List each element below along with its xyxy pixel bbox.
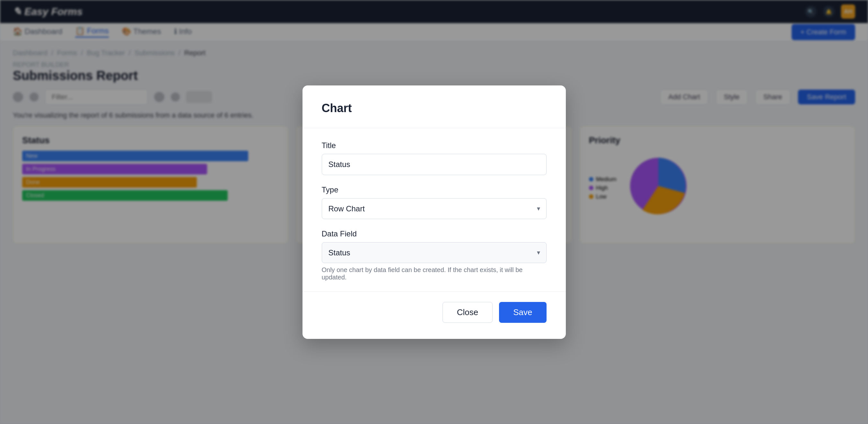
type-label: Type xyxy=(322,185,547,194)
type-field-group: Type Row Chart Pie Chart Bar Chart Line … xyxy=(322,185,547,219)
data-field-group: Data Field Status Priority Assignee ▾ On… xyxy=(322,229,547,281)
data-field-label: Data Field xyxy=(322,229,547,238)
data-field-hint: Only one chart by data field can be crea… xyxy=(322,266,547,281)
save-button[interactable]: Save xyxy=(499,302,546,323)
modal-title: Chart xyxy=(322,101,547,115)
modal-divider xyxy=(303,128,566,128)
data-field-select-wrapper: Status Priority Assignee ▾ xyxy=(322,242,547,263)
type-select-wrapper: Row Chart Pie Chart Bar Chart Line Chart… xyxy=(322,198,547,219)
chart-modal: Chart Title Type Row Chart Pie Chart Bar… xyxy=(303,86,566,339)
title-label: Title xyxy=(322,141,547,150)
title-input[interactable] xyxy=(322,154,547,175)
modal-footer: Close Save xyxy=(303,291,566,323)
title-field-group: Title xyxy=(322,141,547,175)
type-select[interactable]: Row Chart Pie Chart Bar Chart Line Chart xyxy=(322,198,547,219)
modal-overlay[interactable]: Chart Title Type Row Chart Pie Chart Bar… xyxy=(0,0,868,424)
close-button[interactable]: Close xyxy=(442,302,493,323)
data-field-select[interactable]: Status Priority Assignee xyxy=(322,242,547,263)
